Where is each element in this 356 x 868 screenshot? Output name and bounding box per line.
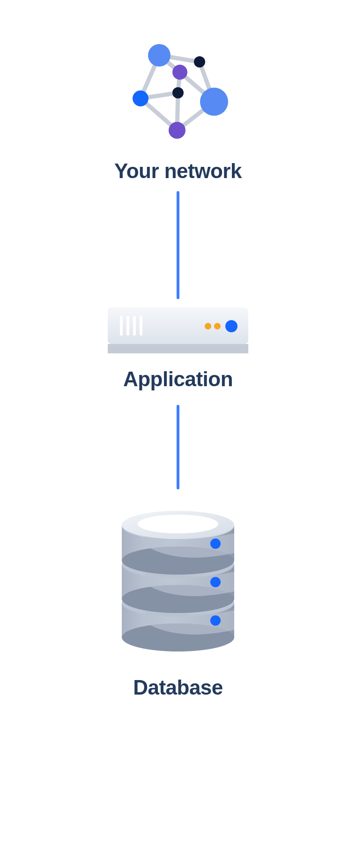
svg-point-13 (172, 87, 184, 98)
svg-point-23 (205, 323, 211, 329)
svg-point-24 (214, 323, 221, 329)
svg-point-15 (200, 88, 228, 116)
svg-point-11 (194, 56, 205, 67)
node-label-network: Your network (114, 159, 242, 183)
node-label-database: Database (133, 676, 223, 699)
network-graph-icon (117, 38, 239, 148)
svg-point-37 (210, 539, 221, 549)
architecture-diagram: Your network (0, 0, 356, 868)
diagram-node-database: Database (117, 503, 239, 699)
server-box-icon (108, 307, 248, 356)
connector-network-application (177, 191, 179, 299)
svg-rect-21 (133, 316, 136, 336)
svg-point-10 (148, 44, 171, 67)
svg-point-29 (210, 615, 221, 626)
node-label-application: Application (123, 367, 233, 391)
svg-point-39 (138, 515, 218, 533)
svg-point-25 (225, 320, 237, 332)
diagram-node-network: Your network (114, 38, 242, 183)
svg-point-33 (210, 577, 221, 587)
svg-point-12 (172, 65, 187, 80)
database-cylinder-icon (117, 503, 239, 665)
svg-point-14 (133, 90, 148, 106)
svg-rect-19 (120, 316, 123, 336)
connector-application-database (177, 405, 179, 489)
svg-rect-17 (108, 344, 248, 353)
svg-rect-20 (126, 316, 129, 336)
svg-point-16 (169, 122, 185, 139)
diagram-node-application: Application (108, 307, 248, 391)
svg-rect-22 (140, 316, 142, 336)
